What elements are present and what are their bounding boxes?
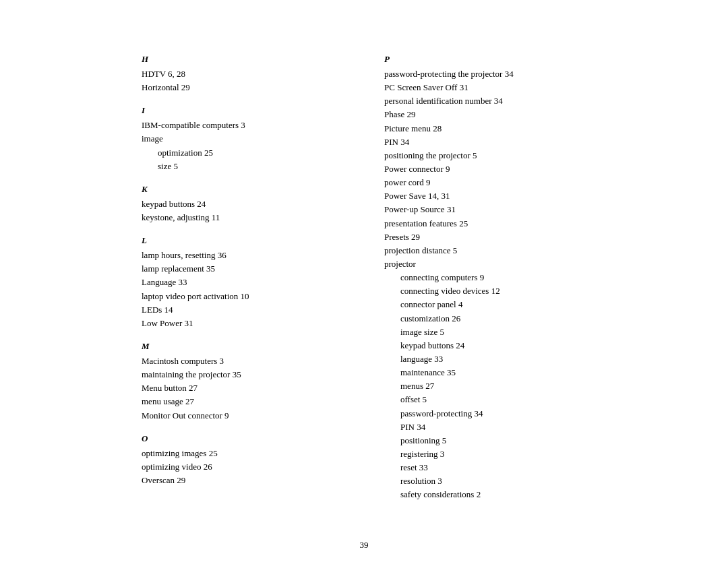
index-entry: reset 33	[384, 461, 586, 474]
index-section: Ooptimizing images 25optimizing video 26…	[142, 433, 344, 487]
index-section: IIBM-compatible computers 3imageoptimiza…	[142, 105, 344, 173]
index-entry: maintaining the projector 35	[142, 368, 344, 381]
index-section: Ppassword-protecting the projector 34PC …	[384, 54, 586, 502]
index-entry: keypad buttons 24	[384, 339, 586, 352]
index-entry: positioning the projector 5	[384, 149, 586, 162]
index-entry: Picture menu 28	[384, 122, 586, 135]
page-number: 39	[142, 540, 586, 551]
index-entry: connecting video devices 12	[384, 284, 586, 298]
index-section: HHDTV 6, 28Horizontal 29	[142, 54, 344, 94]
index-columns: HHDTV 6, 28Horizontal 29IIBM-compatible …	[142, 54, 586, 513]
index-entry: image	[142, 132, 344, 146]
index-entry: size 5	[142, 160, 344, 173]
index-entry: projector	[384, 257, 586, 271]
index-entry: optimization 25	[142, 146, 344, 160]
index-entry: Presets 29	[384, 230, 586, 244]
index-entry: IBM-compatible computers 3	[142, 119, 344, 132]
right-column: Ppassword-protecting the projector 34PC …	[384, 54, 586, 513]
section-header: M	[142, 341, 344, 352]
index-entry: laptop video port activation 10	[142, 290, 344, 303]
index-entry: Power Save 14, 31	[384, 189, 586, 203]
index-entry: keypad buttons 24	[142, 197, 344, 211]
index-entry: positioning 5	[384, 434, 586, 447]
index-entry: Language 33	[142, 276, 344, 289]
index-entry: registering 3	[384, 447, 586, 461]
index-entry: resolution 3	[384, 474, 586, 488]
index-entry: lamp hours, resetting 36	[142, 249, 344, 262]
index-entry: password-protecting the projector 34	[384, 67, 586, 81]
index-entry: Menu button 27	[142, 381, 344, 395]
index-section: Llamp hours, resetting 36lamp replacemen…	[142, 235, 344, 330]
index-entry: PIN 34	[384, 135, 586, 149]
left-column: HHDTV 6, 28Horizontal 29IIBM-compatible …	[142, 54, 344, 513]
index-section: Kkeypad buttons 24keystone, adjusting 11	[142, 184, 344, 224]
section-header: I	[142, 105, 344, 116]
section-header: P	[384, 54, 586, 65]
index-entry: safety considerations 2	[384, 488, 586, 501]
index-entry: language 33	[384, 352, 586, 366]
section-header: O	[142, 433, 344, 444]
index-section: MMacintosh computers 3maintaining the pr…	[142, 341, 344, 423]
index-entry: Overscan 29	[142, 474, 344, 487]
index-entry: customization 26	[384, 312, 586, 325]
index-entry: image size 5	[384, 325, 586, 339]
index-entry: Horizontal 29	[142, 81, 344, 94]
page: HHDTV 6, 28Horizontal 29IIBM-compatible …	[101, 0, 627, 562]
index-entry: Power-up Source 31	[384, 203, 586, 216]
index-entry: Power connector 9	[384, 162, 586, 176]
index-entry: HDTV 6, 28	[142, 67, 344, 81]
index-entry: PIN 34	[384, 420, 586, 434]
index-entry: maintenance 35	[384, 366, 586, 379]
index-entry: PC Screen Saver Off 31	[384, 81, 586, 94]
index-entry: Low Power 31	[142, 317, 344, 330]
index-entry: Monitor Out connector 9	[142, 409, 344, 423]
section-header: H	[142, 54, 344, 65]
index-entry: presentation features 25	[384, 217, 586, 230]
index-entry: offset 5	[384, 393, 586, 406]
index-entry: menus 27	[384, 379, 586, 393]
index-entry: Phase 29	[384, 108, 586, 121]
index-entry: password-protecting 34	[384, 407, 586, 420]
section-header: L	[142, 235, 344, 246]
index-entry: optimizing video 26	[142, 460, 344, 474]
index-entry: menu usage 27	[142, 395, 344, 408]
index-entry: connecting computers 9	[384, 271, 586, 284]
index-entry: personal identification number 34	[384, 94, 586, 108]
index-entry: keystone, adjusting 11	[142, 211, 344, 224]
index-entry: optimizing images 25	[142, 447, 344, 460]
section-header: K	[142, 184, 344, 195]
index-entry: lamp replacement 35	[142, 262, 344, 276]
index-entry: connector panel 4	[384, 298, 586, 311]
index-entry: projection distance 5	[384, 244, 586, 257]
index-entry: LEDs 14	[142, 303, 344, 317]
index-entry: Macintosh computers 3	[142, 354, 344, 368]
index-entry: power cord 9	[384, 176, 586, 189]
